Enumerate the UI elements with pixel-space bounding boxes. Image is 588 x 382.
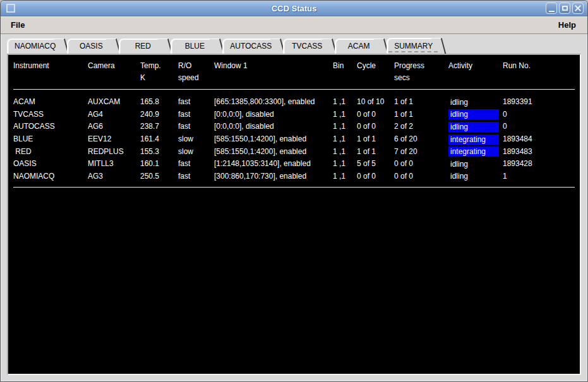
cell-speed: fast — [178, 122, 214, 131]
cell-progress: 1 of 1 — [394, 110, 448, 119]
col-header-instrument: Instrument — [13, 61, 88, 71]
cell-window: [1:2148,1035:3140], enabled — [214, 159, 333, 169]
col-header-run: Run No. — [503, 61, 575, 71]
cell-window: [0:0,0:0], disabled — [214, 122, 333, 131]
summary-page: InstrumentCameraTemp.R/OWindow 1BinCycle… — [7, 54, 581, 375]
tab-label: AUTOCASS — [230, 42, 272, 51]
tab-label: SUMMARY — [394, 42, 433, 51]
cell-temp: 155.3 — [140, 147, 178, 157]
cell-window: [585:1550,1:4200], enabled — [214, 134, 333, 144]
table-row: NAOMIACQAG3250.5fast[300:860,170:730], e… — [13, 170, 575, 183]
cell-camera: AUXCAM — [88, 97, 140, 107]
tab-tvcass[interactable]: TVCASS — [283, 39, 337, 54]
tab-label: BLUE — [185, 42, 205, 51]
tab-label: RED — [135, 42, 151, 51]
cell-camera: EEV12 — [88, 134, 140, 144]
table-header-line2: Kspeedsecs — [13, 73, 575, 83]
cell-temp: 160.1 — [140, 159, 178, 169]
tab-naomiacq[interactable]: NAOMIACQ — [7, 39, 69, 54]
window-title: CCD Status — [1, 4, 587, 13]
menu-help[interactable]: Help — [552, 18, 582, 32]
cell-activity: integrating — [448, 134, 503, 145]
cell-activity: idling — [448, 122, 503, 132]
tab-label: TVCASS — [292, 42, 322, 51]
table-row: OASISMITLL3160.1fast[1:2148,1035:3140], … — [13, 158, 575, 170]
cell-progress: 7 of 20 — [394, 147, 448, 157]
close-icon — [575, 5, 581, 11]
tab-autocass[interactable]: AUTOCASS — [222, 39, 285, 54]
tab-label: OASIS — [80, 42, 103, 51]
tab-summary[interactable]: SUMMARY — [387, 38, 447, 54]
cell-window: [585:1550,1:4200], enabled — [214, 147, 333, 157]
cell-run: 1893428 — [503, 159, 575, 169]
title-bar[interactable]: CCD Status — [1, 1, 587, 16]
cell-instrument: AUTOCASS — [13, 122, 88, 131]
tab-oasis[interactable]: OASIS — [67, 39, 121, 54]
col-header-window: Window 1 — [214, 61, 333, 71]
col-header-camera: Camera — [88, 61, 140, 71]
table-rows: ACAMAUXCAM165.8fast[665:1385,800:3300], … — [13, 96, 575, 182]
col-header-temp: Temp. — [140, 61, 178, 71]
cell-progress: 6 of 20 — [394, 134, 448, 144]
col-header-progress: Progress — [394, 61, 448, 71]
table-row: ACAMAUXCAM165.8fast[665:1385,800:3300], … — [13, 96, 575, 109]
cell-run: 1893484 — [503, 134, 575, 144]
table-row: BLUEEEV12161.4slow[585:1550,1:4200], ena… — [13, 133, 575, 146]
menu-file[interactable]: File — [4, 18, 31, 32]
cell-cycle: 0 of 0 — [357, 110, 394, 119]
cell-run: 1893483 — [503, 147, 575, 157]
cell-temp: 250.5 — [140, 172, 178, 181]
close-button[interactable] — [572, 3, 584, 14]
activity-badge: idling — [448, 171, 499, 181]
table-row: AUTOCASSAG6238.7fast[0:0,0:0], disabled1… — [13, 121, 575, 133]
maximize-button[interactable] — [559, 3, 570, 14]
header-separator — [13, 89, 575, 90]
cell-camera: AG3 — [88, 172, 140, 181]
table-row: REDREDPLUS155.3slow[585:1550,1:4200], en… — [13, 145, 575, 158]
cell-progress: 0 of 0 — [394, 159, 448, 169]
ccd-status-window: CCD Status File Help NAOMIACQOASISREDBLU… — [0, 0, 588, 382]
cell-activity: idling — [448, 97, 503, 107]
cell-window: [300:860,170:730], enabled — [214, 172, 333, 181]
table-header-line1: InstrumentCameraTemp.R/OWindow 1BinCycle… — [13, 61, 575, 71]
cell-camera: MITLL3 — [88, 159, 140, 169]
tab-acam[interactable]: ACAM — [335, 39, 389, 54]
col-header-progress-sub: secs — [394, 73, 448, 83]
cell-speed: slow — [178, 147, 214, 157]
cell-speed: fast — [178, 172, 214, 181]
window-menu-icon[interactable] — [6, 4, 15, 13]
cell-cycle: 5 of 5 — [357, 159, 394, 169]
cell-window: [0:0,0:0], disabled — [214, 110, 333, 119]
col-header-temp-sub: K — [140, 73, 178, 83]
cell-bin: 1 ,1 — [333, 97, 357, 107]
cell-cycle: 1 of 1 — [357, 147, 394, 157]
cell-cycle: 0 of 0 — [357, 122, 394, 131]
cell-activity: integrating — [448, 146, 503, 157]
cell-camera: REDPLUS — [88, 147, 140, 157]
tab-focus-indicator — [388, 51, 438, 52]
cell-bin: 1 ,1 — [333, 159, 357, 169]
window-controls — [546, 3, 584, 14]
cell-run: 0 — [503, 122, 575, 131]
col-header-bin: Bin — [333, 61, 357, 71]
cell-instrument: OASIS — [13, 159, 88, 169]
activity-badge: integrating — [448, 146, 499, 157]
minimize-button[interactable] — [546, 3, 557, 14]
cell-activity: idling — [448, 109, 503, 119]
status-table: InstrumentCameraTemp.R/OWindow 1BinCycle… — [8, 55, 580, 374]
cell-temp: 165.8 — [140, 97, 178, 107]
activity-badge: idling — [448, 97, 499, 107]
cell-activity: idling — [448, 159, 503, 169]
maximize-icon — [562, 6, 568, 11]
cell-bin: 1 ,1 — [333, 122, 357, 131]
tab-blue[interactable]: BLUE — [171, 39, 225, 54]
activity-badge: idling — [448, 109, 499, 119]
cell-speed: fast — [178, 97, 214, 107]
footer-separator — [13, 187, 575, 188]
cell-instrument: ACAM — [13, 97, 88, 107]
tab-red[interactable]: RED — [119, 39, 173, 54]
cell-bin: 1 ,1 — [333, 147, 357, 157]
cell-bin: 1 ,1 — [333, 172, 357, 181]
cell-instrument: TVCASS — [13, 110, 88, 119]
tab-label: ACAM — [348, 42, 370, 51]
